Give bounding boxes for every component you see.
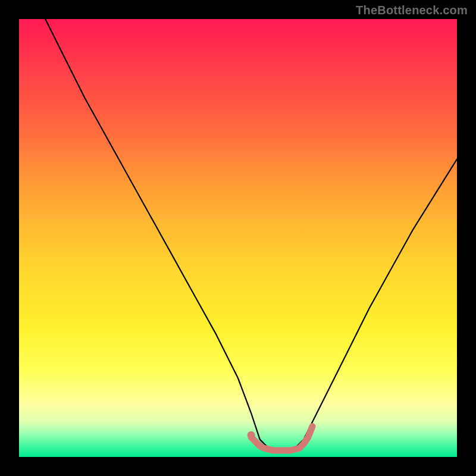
plot-area [19,19,457,457]
chart-svg [19,19,457,457]
bottleneck-curve [45,19,457,453]
optimal-start-dot [248,431,255,439]
optimal-range-marker [251,427,312,451]
attribution-text: TheBottleneck.com [356,4,468,17]
chart-frame: TheBottleneck.com [0,0,476,476]
